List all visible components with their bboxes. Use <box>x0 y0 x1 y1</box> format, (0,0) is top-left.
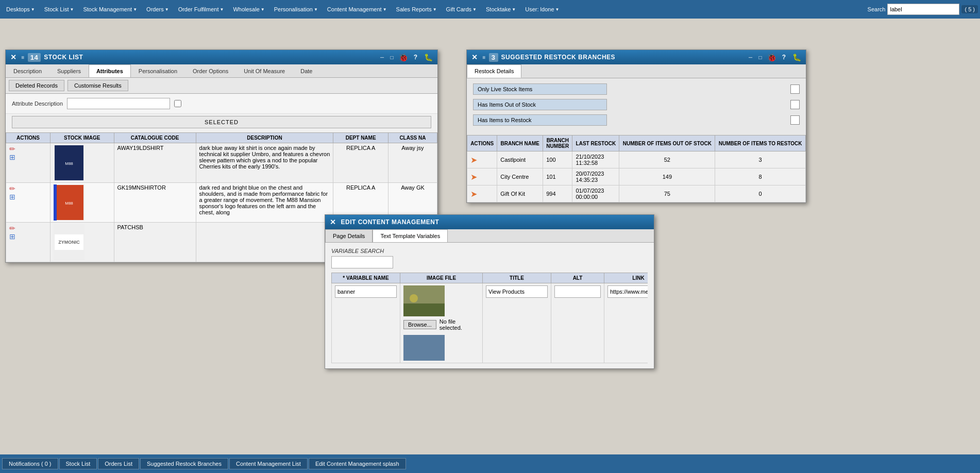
image-thumbnail <box>403 285 445 316</box>
help-button[interactable]: ? <box>781 53 788 61</box>
tab-description[interactable]: Description <box>6 64 49 77</box>
variable-search-input[interactable] <box>331 256 393 268</box>
nav-order-fulfilment[interactable]: Order Fulfilment ▼ <box>174 4 228 14</box>
close-button[interactable]: ✕ <box>470 53 480 62</box>
search-input[interactable] <box>887 4 959 15</box>
edit-icon[interactable]: ✏ <box>9 224 47 232</box>
nav-user[interactable]: User: ldone ▼ <box>521 4 563 14</box>
help-button[interactable]: ? <box>412 53 419 61</box>
main-tabs: Description Suppliers Attributes Persona… <box>6 64 437 78</box>
nav-stock-management[interactable]: Stock Management ▼ <box>79 4 141 14</box>
branch-number-cell: 101 <box>543 168 572 185</box>
branch-name-cell: City Centre <box>497 168 543 185</box>
close-button[interactable]: ✕ <box>9 53 19 62</box>
link-input[interactable] <box>607 285 648 298</box>
action-arrow-icon[interactable]: ➤ <box>470 173 477 181</box>
nav-gift-cards[interactable]: Gift Cards ▼ <box>442 4 481 14</box>
stock-image: M88 <box>54 145 85 181</box>
table-row: Browse... No file selected. <box>332 283 648 363</box>
edit-cm-content: Page Details Text Template Variables Var… <box>325 229 654 368</box>
menu-icon[interactable]: ≡ <box>483 55 486 60</box>
nav-sales-reports[interactable]: Sales Reports ▼ <box>392 4 441 14</box>
table-row: ✏ ⊞ M88 AWAY <box>6 143 437 183</box>
chevron-down-icon: ▼ <box>433 7 437 12</box>
only-live-checkbox[interactable] <box>790 85 800 94</box>
restock-table-container: Actions Branch Name BranchNumber Last Re… <box>467 135 806 202</box>
nav-content-management[interactable]: Content Management ▼ <box>323 4 391 14</box>
sub-tab-customise-results[interactable]: Customise Results <box>67 80 128 91</box>
taskbar-content-management-list[interactable]: Content Management List <box>229 458 308 469</box>
taskbar-edit-content-management-splash[interactable]: Edit Content Management splash <box>309 458 406 469</box>
taskbar-suggested-restock-branches[interactable]: Suggested Restock Branches <box>140 458 228 469</box>
col-header-to-restock: Number of Items to Restock <box>715 136 806 151</box>
filter-row: Attribute Description <box>6 94 437 114</box>
variable-name-input[interactable] <box>335 285 397 298</box>
image-file-cell: Browse... No file selected. <box>400 283 483 363</box>
maximize-button[interactable]: □ <box>389 54 396 61</box>
actions-cell: ✏ ⊞ <box>6 143 50 183</box>
tab-restock-details[interactable]: Restock Details <box>467 64 521 78</box>
actions-cell: ✏ ⊞ <box>6 223 50 262</box>
to-restock-checkbox[interactable] <box>790 115 800 125</box>
class-cell: Away jsy <box>388 143 437 183</box>
chevron-down-icon: ▼ <box>472 7 477 12</box>
col-header-actions: Actions <box>6 133 50 143</box>
nav-desktops[interactable]: Desktops ▼ <box>2 4 39 14</box>
minimize-button[interactable]: ─ <box>379 54 386 61</box>
nav-stocktake[interactable]: Stocktake ▼ <box>482 4 520 14</box>
filter-out-of-stock: Has Items Out of Stock <box>473 99 800 110</box>
tab-date[interactable]: Date <box>293 64 320 77</box>
stock-image-cell: M88 <box>50 143 114 183</box>
nav-stock-list[interactable]: Stock List ▼ <box>40 4 78 14</box>
view-icon[interactable]: ⊞ <box>9 193 47 201</box>
only-live-label: Only Live Stock Items <box>473 83 607 95</box>
tab-text-template-variables[interactable]: Text Template Variables <box>373 229 448 242</box>
title-input[interactable] <box>486 285 548 298</box>
alert-icon: 🐞 <box>398 53 409 62</box>
tab-page-details[interactable]: Page Details <box>325 229 373 242</box>
tab-order-options[interactable]: Order Options <box>185 64 236 77</box>
tab-suppliers[interactable]: Suppliers <box>49 64 89 77</box>
sub-tab-deleted-records[interactable]: Deleted Records <box>9 80 64 91</box>
col-header-branch-number: BranchNumber <box>543 136 572 151</box>
action-cell: ➤ <box>467 168 497 185</box>
edit-icon[interactable]: ✏ <box>9 184 47 193</box>
col-header-catalogue-code: Catalogue Code <box>114 133 196 143</box>
restock-table: Actions Branch Name BranchNumber Last Re… <box>467 135 806 202</box>
close-button[interactable]: ✕ <box>328 217 338 227</box>
taskbar-notifications[interactable]: Notifications ( 0 ) <box>2 458 58 469</box>
description-cell: dark red and bright blue on the chest an… <box>196 183 333 223</box>
nav-orders[interactable]: Orders ▼ <box>142 4 173 14</box>
description-cell <box>196 223 333 262</box>
menu-icon[interactable]: ≡ <box>22 55 25 60</box>
taskbar-stock-list[interactable]: Stock List <box>59 458 97 469</box>
action-arrow-icon[interactable]: ➤ <box>470 190 477 198</box>
minimize-button[interactable]: ─ <box>747 54 754 61</box>
attribute-description-input[interactable] <box>67 98 170 109</box>
action-arrow-icon[interactable]: ➤ <box>470 156 477 164</box>
filter-checkbox[interactable] <box>174 100 181 107</box>
nav-wholesale[interactable]: Wholesale ▼ <box>229 4 268 14</box>
maximize-button[interactable]: □ <box>757 54 764 61</box>
taskbar-orders-list[interactable]: Orders List <box>98 458 139 469</box>
link-cell <box>604 283 648 363</box>
branch-name-cell: Gift Of Kit <box>497 185 543 202</box>
view-icon[interactable]: ⊞ <box>9 232 47 241</box>
variable-name-cell <box>332 283 400 363</box>
stock-image: ZYMONIC <box>54 224 85 260</box>
stock-list-titlebar: ✕ ≡ 14 Stock List ─ □ 🐞 ? 🐛 <box>6 50 437 64</box>
out-of-stock-checkbox[interactable] <box>790 100 800 109</box>
view-icon[interactable]: ⊞ <box>9 153 47 161</box>
browse-button[interactable]: Browse... <box>403 320 436 329</box>
tab-personalisation[interactable]: Personalisation <box>131 64 185 77</box>
window-badge: 14 <box>28 53 41 62</box>
tab-attributes[interactable]: Attributes <box>89 64 131 77</box>
alt-input[interactable] <box>554 285 601 298</box>
edit-icon[interactable]: ✏ <box>9 145 47 153</box>
selected-button[interactable]: Selected <box>12 116 431 128</box>
nav-personalisation[interactable]: Personalisation ▼ <box>270 4 322 14</box>
filter-only-live: Only Live Stock Items <box>473 83 800 95</box>
tab-unit-of-measure[interactable]: Unit of Measure <box>236 64 293 77</box>
edit-cm-body: Variable Search * Variable Name Image Fi… <box>325 243 654 368</box>
debug-icon: 🐛 <box>791 53 803 62</box>
